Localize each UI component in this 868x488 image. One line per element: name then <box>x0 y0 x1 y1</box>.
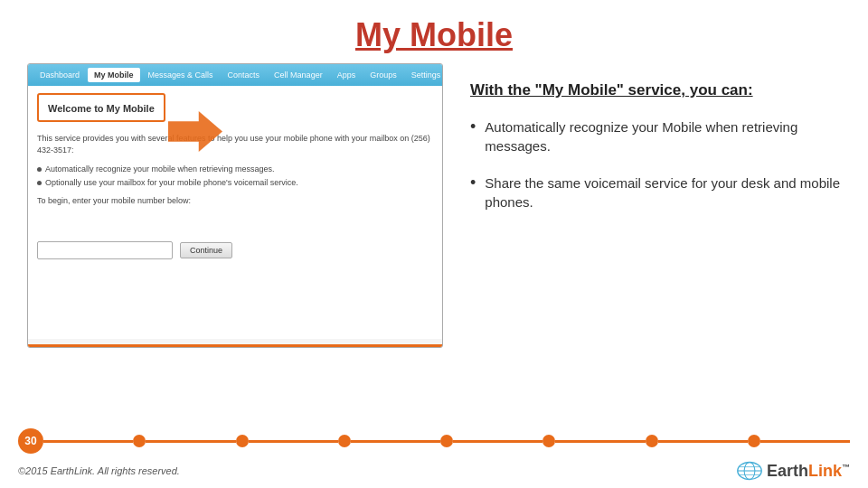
earthlink-earth: Earth <box>767 462 808 480</box>
progress-line-3 <box>249 440 338 443</box>
feature-item-1: Automatically recognize your Mobile when… <box>470 117 841 155</box>
copyright-text: ©2015 EarthLink. All rights reserved. <box>18 465 180 476</box>
mockup-nav: Dashboard My Mobile Messages & Calls Con… <box>28 64 442 86</box>
progress-dot-4 <box>440 435 453 447</box>
progress-dot-1 <box>133 435 146 447</box>
page-title: My Mobile <box>355 16 513 53</box>
mockup-body: Welcome to My Mobile This service provid… <box>28 86 442 339</box>
nav-messages[interactable]: Messages & Calls <box>142 68 220 82</box>
earthlink-brand: EarthLink™ <box>767 462 850 481</box>
nav-apps[interactable]: Apps <box>331 68 363 82</box>
earthlink-globe-icon <box>736 461 763 481</box>
progress-line-4 <box>351 440 440 443</box>
mockup-footer-line <box>28 344 442 347</box>
nav-groups[interactable]: Groups <box>363 68 403 82</box>
progress-dot-5 <box>542 435 555 447</box>
continue-button[interactable]: Continue <box>180 242 232 258</box>
nav-cell-manager[interactable]: Cell Manager <box>268 68 329 82</box>
nav-dashboard[interactable]: Dashboard <box>33 68 86 82</box>
progress-dot-3 <box>338 435 351 447</box>
footer: ©2015 EarthLink. All rights reserved. Ea… <box>0 461 868 481</box>
progress-line-8 <box>760 440 850 443</box>
progress-line-2 <box>146 440 235 443</box>
arrow-icon <box>168 111 222 152</box>
begin-text: To begin, enter your mobile number below… <box>37 196 433 205</box>
mobile-number-input[interactable] <box>37 241 173 259</box>
feature-list: Automatically recognize your Mobile when… <box>470 117 841 211</box>
earthlink-link: Link <box>808 462 842 480</box>
progress-dot-6 <box>646 435 658 447</box>
welcome-box: Welcome to My Mobile <box>37 93 165 122</box>
earthlink-logo: EarthLink™ <box>736 461 850 481</box>
mockup-description: This service provides you with several f… <box>37 133 433 155</box>
progress-dot-2 <box>236 435 249 447</box>
nav-contacts[interactable]: Contacts <box>222 68 267 82</box>
mockup-window: Dashboard My Mobile Messages & Calls Con… <box>27 63 443 348</box>
mockup-bullet1: Automatically recognize your mobile when… <box>37 164 433 174</box>
progress-bar: 30 <box>0 428 868 454</box>
welcome-label: Welcome to My Mobile <box>48 103 155 114</box>
bullet-dot-2 <box>37 181 42 185</box>
main-content: Dashboard My Mobile Messages & Calls Con… <box>0 63 868 348</box>
progress-line-1 <box>43 440 133 443</box>
feature-text-2: Share the same voicemail service for you… <box>485 174 841 211</box>
nav-settings[interactable]: Settings <box>405 68 443 82</box>
progress-line-7 <box>658 440 748 443</box>
arrow-container <box>168 111 222 155</box>
service-title: With the "My Mobile" service, you can: <box>470 81 841 99</box>
progress-line-6 <box>555 440 645 443</box>
nav-my-mobile[interactable]: My Mobile <box>88 68 140 82</box>
feature-item-2: Share the same voicemail service for you… <box>470 174 841 211</box>
feature-text-1: Automatically recognize your Mobile when… <box>485 117 841 155</box>
right-panel: With the "My Mobile" service, you can: A… <box>470 63 841 348</box>
input-row: Continue <box>37 241 433 259</box>
svg-marker-0 <box>168 111 222 152</box>
trademark-symbol: ™ <box>842 463 850 472</box>
progress-dot-7 <box>748 435 760 447</box>
progress-line-5 <box>453 440 542 443</box>
step-number: 30 <box>18 428 43 454</box>
mockup-bullet2: Optionally use your mailbox for your mob… <box>37 178 433 187</box>
page-title-container: My Mobile <box>0 0 868 54</box>
left-panel: Dashboard My Mobile Messages & Calls Con… <box>27 63 443 348</box>
bullet-dot-1 <box>37 167 42 172</box>
